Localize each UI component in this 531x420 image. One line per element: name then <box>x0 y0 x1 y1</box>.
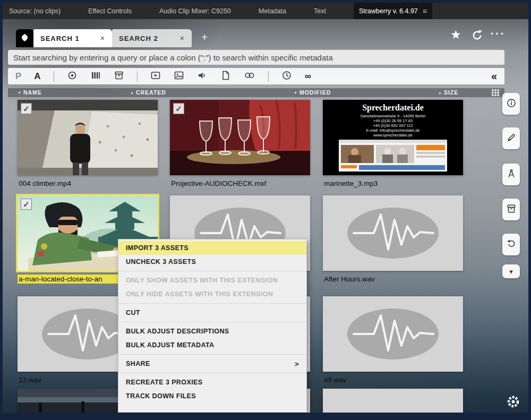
asset-card-climber[interactable]: ✓ 004 climber.mp4 <box>18 100 158 188</box>
sprecherdatei-thumbnail-art: Sprecherdatei.de Danckelmannstraße 9 - 1… <box>323 100 463 175</box>
asset-card-audiocheck[interactable]: ✓ Projective-AUDIOCHECK.mxf <box>170 100 310 188</box>
menu-divider <box>118 322 306 322</box>
archive-button[interactable] <box>502 199 520 220</box>
asset-name: Projective-AUDIOCHECK.mxf <box>170 179 310 188</box>
sprecher-line: +49 (0)30 692 007 112 <box>373 123 413 128</box>
column-header-created[interactable]: ▲ CREATED <box>130 89 166 96</box>
compass-icon <box>506 168 517 181</box>
sync-button[interactable] <box>502 234 520 255</box>
asset-thumbnail[interactable]: Sprecherdatei.de Danckelmannstraße 9 - 1… <box>323 100 463 175</box>
menu-item-label: CUT <box>126 309 140 316</box>
check-icon: ✓ <box>23 200 30 209</box>
sprecher-line: E-mail: info@sprecherdatei.de <box>366 128 420 133</box>
sort-desc-icon: ▼ <box>294 91 298 95</box>
menu-item-share[interactable]: SHARE > <box>118 357 306 371</box>
refresh-icon[interactable] <box>471 29 483 44</box>
panel-menu-icon[interactable]: ≡ <box>423 7 427 15</box>
search-tab-2-label: SEARCH 2 <box>119 35 158 42</box>
asset-card-partial[interactable] <box>323 389 463 413</box>
clock-icon[interactable] <box>281 70 292 83</box>
menu-divider <box>118 303 306 304</box>
info-button[interactable] <box>502 93 520 115</box>
context-menu: IMPORT 3 ASSETS UNCHECK 3 ASSETS ONLY SH… <box>118 239 307 413</box>
grid-view-icon[interactable] <box>492 89 499 97</box>
asset-thumbnail[interactable]: ✓ <box>170 100 310 175</box>
asset-card-marinette[interactable]: Sprecherdatei.de Danckelmannstraße 9 - 1… <box>323 100 463 188</box>
settings-button[interactable] <box>506 395 520 411</box>
column-header-size-label: SIZE <box>444 89 458 96</box>
column-header-row: ▼ NAME ▲ CREATED ▼ MODIFIED ▲ SIZE <box>8 88 504 97</box>
more-options-icon[interactable]: … <box>489 20 506 38</box>
asset-checkbox[interactable]: ✓ <box>21 199 32 210</box>
asset-thumbnail[interactable] <box>323 389 463 413</box>
sprecher-line: Danckelmannstraße 9 - 14059 Berlin <box>361 114 425 118</box>
asset-thumbnail[interactable] <box>323 296 463 372</box>
toolbar-divider <box>137 71 138 82</box>
menu-item-import-assets[interactable]: IMPORT 3 ASSETS <box>118 241 306 255</box>
sidebar-expand-button[interactable]: ▾ <box>502 264 520 278</box>
chevron-down-icon: ▾ <box>509 268 513 276</box>
asset-checkbox[interactable]: ✓ <box>21 103 32 114</box>
asset-name: marinette_3.mp3 <box>323 179 463 188</box>
asset-thumbnail[interactable]: ✓ <box>18 100 158 175</box>
video-filter-icon[interactable] <box>150 70 161 83</box>
menu-item-track-down-files[interactable]: TRACK DOWN FILES <box>118 389 306 403</box>
asset-checkbox[interactable]: ✓ <box>173 103 184 114</box>
asset-name: 004 climber.mp4 <box>18 179 158 188</box>
search-input[interactable] <box>13 53 499 62</box>
strawberry-logo-icon <box>20 32 30 45</box>
search-tab-1[interactable]: SEARCH 1 × <box>33 29 112 47</box>
panel-tab-source[interactable]: Source: (no clips) <box>9 7 61 15</box>
menu-item-label: ONLY HIDE ASSETS WITH THIS EXTENSION <box>126 290 273 298</box>
infinity-icon[interactable]: ∞ <box>305 71 311 82</box>
collapse-toolbar-icon[interactable]: « <box>491 70 497 82</box>
menu-item-label: IMPORT 3 ASSETS <box>126 244 189 252</box>
menu-item-bulk-adjust-descriptions[interactable]: BULK ADJUST DESCRIPTIONS <box>118 324 306 338</box>
toolbar-divider <box>54 71 54 82</box>
close-icon[interactable]: × <box>180 34 185 42</box>
column-header-name[interactable]: ▼ NAME <box>18 89 42 96</box>
panel-tab-text[interactable]: Text <box>314 7 326 15</box>
sprecher-line: +49 (0)30 26 55 17 63 <box>373 118 413 123</box>
columns-view-icon[interactable] <box>90 70 101 83</box>
asset-name: After Hours.wav <box>323 275 463 284</box>
new-search-tab-button[interactable]: + <box>201 31 208 44</box>
tools-button[interactable] <box>502 164 520 185</box>
panel-tab-metadata[interactable]: Metadata <box>259 7 286 15</box>
panel-tab-strawberry[interactable]: Strawberry v. 6.4.97 ≡ <box>354 3 432 19</box>
audio-filter-icon[interactable] <box>197 70 208 83</box>
gear-icon <box>506 401 520 410</box>
image-filter-icon[interactable] <box>174 70 184 83</box>
premiere-filter-icon[interactable]: P <box>15 71 21 82</box>
column-header-size[interactable]: ▲ SIZE <box>438 89 458 96</box>
record-status-icon[interactable] <box>67 70 78 83</box>
audition-filter-icon[interactable]: A <box>34 71 40 82</box>
document-filter-icon[interactable] <box>220 70 231 83</box>
favorite-star-icon[interactable]: ★ <box>450 28 461 42</box>
archive-icon <box>506 203 517 216</box>
asset-card-after-hours[interactable]: After Hours.wav <box>323 195 463 284</box>
menu-item-bulk-adjust-metadata[interactable]: BULK ADJUST METADATA <box>118 338 306 352</box>
menu-item-recreate-proxies[interactable]: RECREATE 3 PROXIES <box>118 375 306 389</box>
edit-button[interactable] <box>502 127 520 149</box>
archive-filter-icon[interactable] <box>114 70 124 83</box>
strawberry-logo-tab[interactable] <box>16 29 33 47</box>
asset-card-49wav[interactable]: 49.wav <box>323 296 463 384</box>
sort-asc-icon: ▲ <box>438 91 442 95</box>
menu-divider <box>118 271 306 271</box>
filter-toolbar: P A ∞ « <box>8 68 504 84</box>
search-tab-1-label: SEARCH 1 <box>40 35 80 42</box>
panel-tab-effect-controls[interactable]: Effect Controls <box>88 7 132 15</box>
menu-item-label: TRACK DOWN FILES <box>126 392 196 400</box>
search-tab-2[interactable]: SEARCH 2 × <box>112 29 192 47</box>
check-icon: ✓ <box>175 104 182 114</box>
asset-thumbnail[interactable] <box>323 195 463 271</box>
panel-tab-audio-clip-mixer[interactable]: Audio Clip Mixer: C9250 <box>159 7 231 15</box>
link-filter-icon[interactable] <box>244 70 255 83</box>
close-icon[interactable]: × <box>100 34 105 42</box>
menu-item-cut[interactable]: CUT <box>118 306 306 320</box>
menu-item-uncheck-assets[interactable]: UNCHECK 3 ASSETS <box>118 255 306 269</box>
strawberry-panel: SEARCH 1 × SEARCH 2 × + ★ … P A <box>3 19 528 413</box>
check-icon: ✓ <box>23 104 30 114</box>
column-header-modified[interactable]: ▼ MODIFIED <box>294 89 331 96</box>
